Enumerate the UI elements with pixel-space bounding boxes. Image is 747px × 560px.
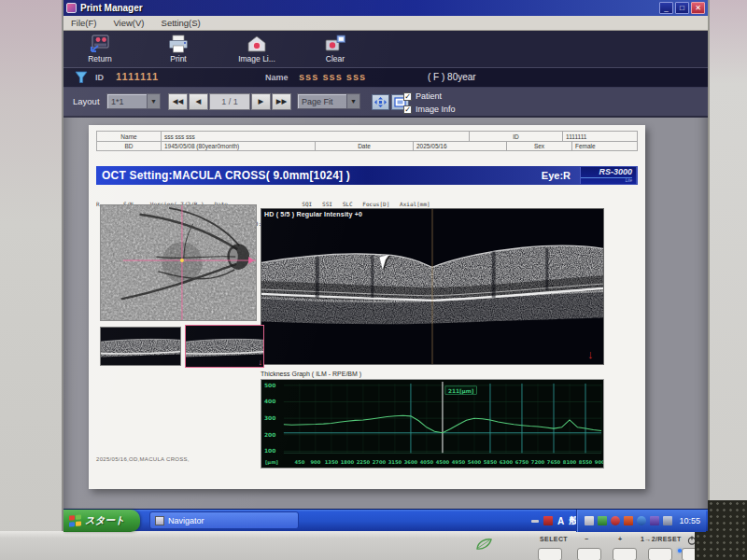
svg-text:900: 900 [310,459,320,465]
table-row: Name sss sss sss ID 1111111 [96,131,638,141]
title-bar: Print Manager _ □ ✕ [63,0,708,16]
thumbnail-scan-1[interactable] [100,327,181,366]
oct-setting-header: OCT Setting:MACULA CROSS( 9.0mm[1024] ) … [96,166,638,185]
page-indicator: 1 / 1 [209,93,250,110]
minimize-lang-icon[interactable] [531,520,539,523]
layout-select[interactable]: 1*1 ▼ [106,93,161,109]
screen: Print Manager _ □ ✕ File(F) View(V) Sett… [63,0,708,531]
windows-logo-icon [69,514,81,526]
monitor-controls: SELECT − + 1→2/RESET [495,534,710,558]
tray-icon-2[interactable] [598,516,607,525]
ime-brush-icon[interactable] [543,516,553,525]
svg-text:5850: 5850 [484,459,498,465]
prev-page-button[interactable]: ◀ [189,93,208,110]
tray-icon-1[interactable] [585,516,594,525]
layout-bar: Layout 1*1 ▼ ◀◀ ◀ 1 / 1 ▶ ▶▶ Page Fit ▼ [63,88,708,118]
menu-file[interactable]: File(F) [71,18,96,28]
bscan-label: HD ( 5/5 ) Regular Intensity +0 [264,211,362,217]
image-info-checkbox-row[interactable]: Image Info [403,103,456,116]
svg-text:7200: 7200 [531,459,545,465]
monitor-bezel-right [708,0,747,560]
thumbnail-scan-2-selected[interactable]: ↓ [185,325,264,368]
tray-icon-6[interactable] [650,516,659,525]
svg-text:5400: 5400 [468,459,482,465]
monitor-minus-button [577,548,601,560]
start-button[interactable]: スタート [63,510,140,532]
taskbar-clock: 10:55 [679,516,700,525]
svg-text:7650: 7650 [547,459,561,465]
svg-text:1350: 1350 [325,459,339,465]
svg-text:300: 300 [264,415,275,421]
patient-checkbox-row[interactable]: Patient [403,90,456,103]
taskbar: スタート Navigator A 般 [63,509,708,531]
patient-name-value: sss sss sss [299,71,366,82]
chevron-down-icon: ▼ [346,94,359,108]
toolbar: Return Print Image Li... [63,31,708,68]
return-button[interactable]: Return [73,35,127,63]
monitor-reset-button [648,548,672,560]
svg-text:2700: 2700 [373,459,387,465]
svg-text:6750: 6750 [515,459,529,465]
patient-id-label: ID [95,73,104,82]
svg-text:6300: 6300 [500,459,514,465]
first-page-button[interactable]: ◀◀ [168,93,188,110]
thickness-graph: 500400300200100211[μm][μm]45090013501800… [261,379,604,469]
tray-icon-4[interactable] [624,516,633,525]
patient-id-value: 1111111 [116,71,159,82]
fit-page-button[interactable] [372,94,389,110]
expand-arrows-icon [374,97,387,107]
clear-button[interactable]: Clear [308,35,362,63]
patient-table: Name sss sss sss ID 1111111 BD 1945/05/0… [96,131,638,151]
ime-input-mode[interactable]: A [557,516,564,526]
rs3000-logo: RS-3000 Lite [580,167,636,184]
svg-text:200: 200 [264,432,275,438]
tray-icon-7[interactable] [663,516,672,525]
svg-text:8550: 8550 [579,459,593,465]
monitor-bezel-left [0,0,63,560]
print-icon [167,35,190,53]
last-page-button[interactable]: ▶▶ [272,93,291,110]
monitor-photo: SELECT − + 1→2/RESET Print Manager _ □ ✕ [0,0,747,560]
taskbar-item-navigator[interactable]: Navigator [149,511,299,529]
close-button[interactable]: ✕ [691,2,705,14]
document-viewport: Name sss sss sss ID 1111111 BD 1945/05/0… [63,118,708,509]
monitor-select-button [538,548,562,560]
svg-text:500: 500 [264,383,275,388]
bscan-image: HD ( 5/5 ) Regular Intensity +0 [261,208,604,365]
patient-bar: ID 1111111 Name sss sss sss ( F ) 80year [63,68,708,88]
menu-view[interactable]: View(V) [113,18,144,28]
svg-text:211[μm]: 211[μm] [448,388,474,395]
clear-icon [324,35,346,53]
patient-checkbox[interactable] [403,92,412,101]
report-footer-note: 2025/05/16,OD,MACULA CROSS, [96,456,190,462]
pink-marker-arrow-icon: ↓ [259,357,263,367]
fundus-image [100,204,257,321]
image-info-checkbox[interactable] [403,105,412,114]
window-title: Print Manager [80,3,657,13]
svg-text:2250: 2250 [357,459,371,465]
image-list-button[interactable]: Image Li... [230,35,284,63]
svg-text:9000: 9000 [595,459,603,465]
svg-text:3600: 3600 [404,459,418,465]
svg-text:4500: 4500 [436,459,450,465]
restore-button[interactable]: □ [675,2,689,14]
monitor-reset-label: 1→2/RESET [641,536,682,542]
monitor-plus-label: + [618,536,623,542]
minimize-button[interactable]: _ [659,2,673,14]
svg-text:4050: 4050 [420,459,434,465]
svg-text:1800: 1800 [341,459,355,465]
tray-icon-5[interactable] [637,516,646,525]
patient-name-label: Name [265,73,289,82]
return-icon [89,35,111,53]
svg-text:450: 450 [294,459,304,465]
zoom-select[interactable]: Page Fit ▼ [297,93,360,109]
print-button[interactable]: Print [151,35,205,63]
tray-icon-3[interactable] [611,516,620,525]
thickness-graph-title: Thickness Graph ( ILM - RPE/BM ) [261,371,361,377]
svg-text:4950: 4950 [452,459,466,465]
layout-label: Layout [73,96,100,106]
menu-setting[interactable]: Setting(S) [162,18,201,28]
next-page-button[interactable]: ▶ [251,93,271,110]
monitor-minus-label: − [585,536,589,542]
monitor-plus-button [613,548,637,560]
